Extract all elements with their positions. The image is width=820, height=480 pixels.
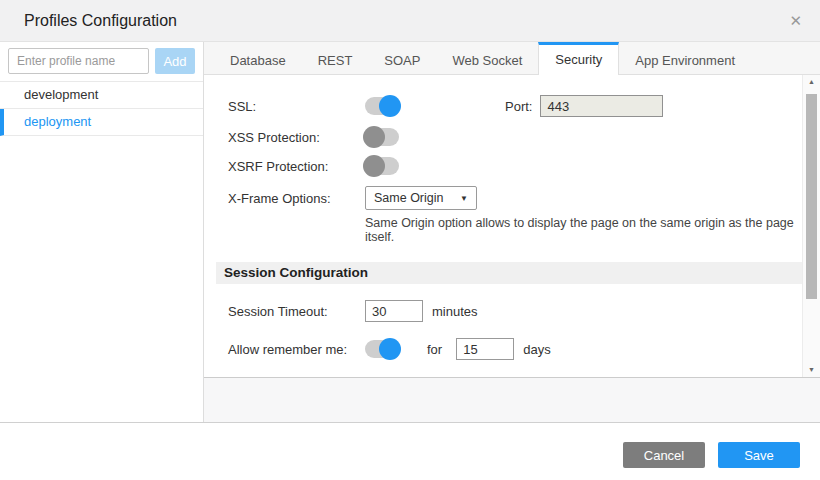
tab-bar: Database REST SOAP Web Socket Security A…	[204, 42, 820, 75]
security-settings-content: SSL: Port: XSS Protection:	[204, 75, 802, 377]
xsrf-toggle[interactable]	[365, 157, 399, 175]
xsrf-toggle-knob	[363, 155, 385, 177]
port-field	[540, 95, 663, 117]
ssl-toggle-knob	[379, 95, 401, 117]
tab-security[interactable]: Security	[538, 42, 619, 75]
port-group: Port:	[505, 95, 663, 117]
remember-days-input[interactable]	[456, 338, 514, 360]
profile-add-row: Add	[0, 42, 203, 81]
chevron-down-icon: ▼	[460, 194, 468, 203]
tab-app-environment[interactable]: App Environment	[619, 42, 751, 74]
save-button[interactable]: Save	[718, 442, 800, 468]
xframe-select[interactable]: Same Origin ▼	[365, 186, 477, 210]
xsrf-label: XSRF Protection:	[228, 159, 365, 174]
xss-toggle-knob	[363, 126, 385, 148]
xss-label: XSS Protection:	[228, 130, 365, 145]
session-timeout-label: Session Timeout:	[228, 304, 365, 319]
profile-item-development[interactable]: development	[0, 82, 203, 109]
session-configuration-section-header: Session Configuration	[216, 262, 802, 284]
remember-days-unit: days	[523, 342, 550, 357]
scroll-down-icon[interactable]: ▼	[803, 363, 820, 377]
xframe-help-text: Same Origin option allows to display the…	[365, 216, 802, 244]
scroll-up-icon[interactable]: ▲	[803, 75, 820, 89]
xframe-control: Same Origin ▼ Same Origin option allows …	[365, 186, 802, 244]
vertical-scrollbar[interactable]: ▲ ▼	[802, 75, 820, 377]
security-tab-panel: SSL: Port: XSS Protection:	[204, 75, 820, 378]
remember-me-toggle[interactable]	[365, 340, 399, 358]
tab-database[interactable]: Database	[214, 42, 302, 74]
xss-toggle[interactable]	[365, 128, 399, 146]
main-panel: Database REST SOAP Web Socket Security A…	[204, 42, 820, 422]
remember-me-row: Allow remember me: for days	[228, 338, 802, 360]
profiles-sidebar: Add development deployment	[0, 42, 204, 422]
profile-name-input[interactable]	[8, 48, 149, 74]
dialog-footer: Cancel Save	[0, 422, 820, 480]
xframe-selected-value: Same Origin	[374, 191, 443, 205]
ssl-label: SSL:	[228, 99, 365, 114]
ssl-row: SSL: Port:	[228, 95, 802, 117]
session-timeout-unit: minutes	[432, 304, 478, 319]
session-timeout-row: Session Timeout: minutes	[228, 300, 802, 322]
port-label: Port:	[505, 99, 532, 114]
add-profile-button[interactable]: Add	[155, 48, 195, 74]
remember-me-toggle-knob	[379, 338, 401, 360]
dialog-header: Profiles Configuration ✕	[0, 0, 820, 42]
profiles-configuration-dialog: Profiles Configuration ✕ Add development…	[0, 0, 820, 480]
ssl-toggle[interactable]	[365, 97, 399, 115]
dialog-body: Add development deployment Database REST…	[0, 42, 820, 422]
tab-rest[interactable]: REST	[302, 42, 369, 74]
profile-item-deployment[interactable]: deployment	[0, 109, 203, 136]
panel-bottom-strip	[204, 378, 820, 422]
dialog-title: Profiles Configuration	[24, 12, 785, 30]
profile-list: development deployment	[0, 81, 203, 136]
remember-for-label: for	[427, 342, 442, 357]
session-timeout-input[interactable]	[365, 300, 423, 322]
scrollbar-thumb[interactable]	[806, 94, 817, 299]
close-icon[interactable]: ✕	[785, 10, 806, 32]
tab-web-socket[interactable]: Web Socket	[436, 42, 538, 74]
xframe-row: X-Frame Options: Same Origin ▼ Same Orig…	[228, 186, 802, 244]
xsrf-row: XSRF Protection:	[228, 157, 802, 175]
cancel-button[interactable]: Cancel	[623, 442, 705, 468]
xframe-label: X-Frame Options:	[228, 186, 365, 206]
tab-soap[interactable]: SOAP	[368, 42, 436, 74]
remember-me-label: Allow remember me:	[228, 342, 365, 357]
xss-row: XSS Protection:	[228, 128, 802, 146]
